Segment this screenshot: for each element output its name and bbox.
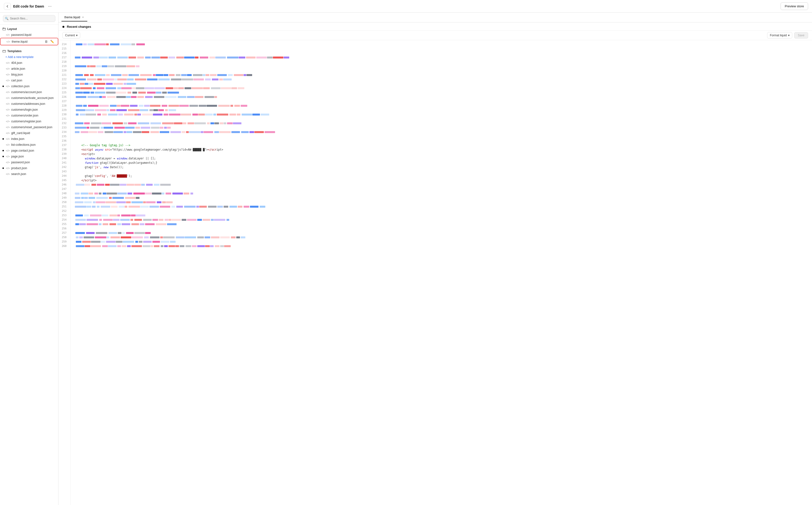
search-box: 🔍 — [0, 13, 58, 25]
main-layout: 🔍 Layout </> password.liquid </> theme.l… — [0, 13, 812, 505]
code-line — [75, 42, 808, 46]
code-line — [75, 64, 808, 68]
header-left: Edit code for Dawn ··· — [4, 3, 53, 10]
line-number: 238 — [61, 147, 69, 152]
code-line — [75, 95, 808, 99]
sidebar-item-password-json[interactable]: </>password.json — [0, 159, 58, 165]
sidebar-item-search[interactable]: </>search.json — [0, 171, 58, 177]
code-line — [75, 196, 808, 200]
add-template-label: + Add a new template — [5, 55, 34, 59]
tab-close-button[interactable]: × — [82, 16, 84, 19]
sidebar-item-gift-card[interactable]: </>gift_card.liquid — [0, 130, 58, 136]
code-line — [75, 108, 808, 112]
sidebar-item-article[interactable]: </>article.json — [0, 66, 58, 72]
sidebar-item-404[interactable]: </>404.json — [0, 60, 58, 66]
add-new-template-link[interactable]: + Add a new template — [0, 54, 58, 60]
delete-button[interactable]: 🗑 — [44, 39, 48, 44]
templates-group-header[interactable]: Templates — [0, 48, 58, 54]
sidebar-item-cart[interactable]: </>cart.json — [0, 77, 58, 83]
line-number: 251 — [61, 204, 69, 209]
toolbar-right: Format liquid ▾ Save — [767, 32, 808, 38]
line-number: 224 — [61, 86, 69, 91]
line-number: 256 — [61, 226, 69, 231]
code-line — [75, 112, 808, 117]
line-number: 257 — [61, 231, 69, 235]
line-number: 242 — [61, 165, 69, 169]
line-number: 252 — [61, 209, 69, 213]
sidebar-item-index[interactable]: </>index.json — [0, 136, 58, 142]
format-label: Format liquid — [770, 34, 787, 37]
sidebar-item-blog[interactable]: </>blog.json — [0, 72, 58, 77]
tab-theme-liquid[interactable]: theme.liquid × — [61, 14, 87, 21]
sidebar-item-login[interactable]: </>customers/login.json — [0, 107, 58, 113]
rename-button[interactable]: ✏️ — [49, 39, 55, 44]
code-editor[interactable]: 2142152162172182192202212222232242252262… — [58, 40, 812, 505]
code-line — [75, 86, 808, 91]
line-number: 233 — [61, 126, 69, 130]
sidebar-item-order[interactable]: </>customers/order.json — [0, 113, 58, 119]
sidebar-item-register[interactable]: </>customers/register.json — [0, 119, 58, 124]
line-number: 219 — [61, 64, 69, 68]
item-actions: 🗑 ✏️ — [44, 39, 55, 44]
sidebar-item-product[interactable]: </>product.json — [0, 165, 58, 171]
line-number: 218 — [61, 60, 69, 64]
layout-group-header[interactable]: Layout — [0, 26, 58, 32]
line-number: 250 — [61, 200, 69, 204]
header: Edit code for Dawn ··· Preview store — [0, 0, 812, 13]
code-line — [75, 235, 808, 239]
code-line — [75, 231, 808, 235]
chevron-down-icon: ▾ — [788, 34, 790, 37]
code-line — [75, 213, 808, 218]
code-content[interactable]: <!-- Google tag (gtag.js) --> <script as… — [71, 40, 812, 505]
current-dropdown-button[interactable]: Current ▾ — [62, 32, 80, 38]
sidebar-item-page[interactable]: </>page.json — [0, 154, 58, 159]
more-options-button[interactable]: ··· — [46, 3, 53, 9]
code-line — [75, 126, 808, 130]
format-liquid-button[interactable]: Format liquid ▾ — [767, 32, 792, 38]
code-line — [75, 55, 808, 60]
line-number: 236 — [61, 139, 69, 143]
line-number: 232 — [61, 121, 69, 126]
sidebar-item-list-collections[interactable]: </>list-collections.json — [0, 142, 58, 148]
sidebar-item-page-contact[interactable]: </>page.contact.json — [0, 148, 58, 154]
back-button[interactable] — [4, 3, 11, 10]
code-line — [75, 51, 808, 55]
code-line — [75, 139, 808, 143]
line-number: 254 — [61, 218, 69, 222]
code-line — [75, 60, 808, 64]
line-number: 260 — [61, 244, 69, 248]
sidebar-item-theme-liquid[interactable]: </> theme.liquid 🗑 ✏️ — [0, 38, 58, 45]
header-title: Edit code for Dawn — [13, 4, 44, 8]
line-number: 226 — [61, 95, 69, 99]
search-input[interactable] — [3, 15, 55, 22]
line-number: 259 — [61, 239, 69, 244]
save-button[interactable]: Save — [794, 32, 808, 38]
preview-store-button[interactable]: Preview store — [781, 2, 808, 10]
sidebar-item-collection[interactable]: </>collection.json — [0, 83, 58, 89]
folder-icon — [2, 27, 6, 31]
line-numbers: 2142152162172182192202212222232242252262… — [58, 40, 71, 505]
line-number: 220 — [61, 68, 69, 73]
line-number: 245 — [61, 178, 69, 183]
sidebar-item-customers-account[interactable]: </>customers/account.json — [0, 89, 58, 95]
line-number: 258 — [61, 235, 69, 239]
code-line: </scr​ipt> — [75, 178, 808, 183]
code-line: window.dataLayer = window.dataLayer || [… — [75, 156, 808, 161]
sidebar-item-addresses[interactable]: </>customers/addresses.json — [0, 101, 58, 107]
line-number: 246 — [61, 183, 69, 187]
line-number: 253 — [61, 213, 69, 218]
sidebar-item-password-liquid[interactable]: </> password.liquid — [0, 32, 58, 38]
line-number: 222 — [61, 77, 69, 81]
search-wrap: 🔍 — [3, 15, 55, 22]
line-number: 243 — [61, 169, 69, 174]
current-label: Current — [65, 34, 75, 37]
sidebar-item-reset-password[interactable]: </>customers/reset_password.json — [0, 124, 58, 130]
line-number: 249 — [61, 196, 69, 200]
code-line — [75, 226, 808, 231]
code-line — [75, 244, 808, 248]
code-line — [75, 77, 808, 81]
sidebar-item-activate-account[interactable]: </>customers/activate_account.json — [0, 95, 58, 101]
line-number: 241 — [61, 161, 69, 165]
line-number: 214 — [61, 42, 69, 46]
chevron-down-icon: ▾ — [76, 34, 78, 37]
